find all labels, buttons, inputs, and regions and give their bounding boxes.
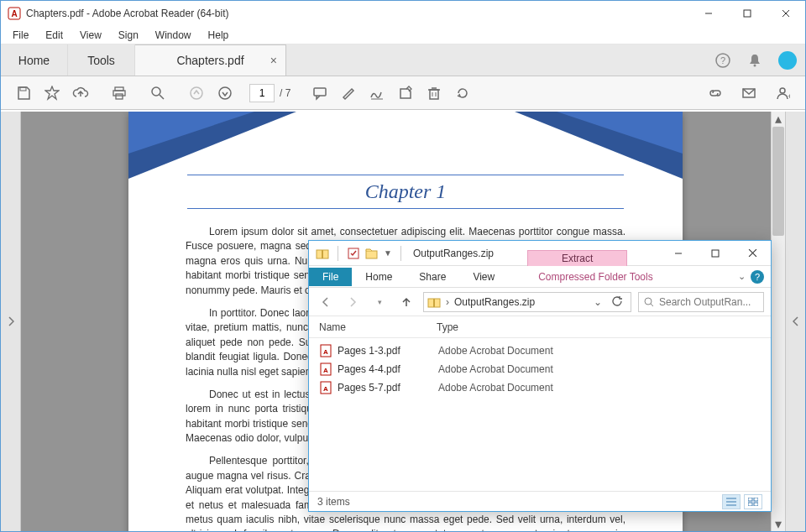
sign-icon[interactable] bbox=[363, 79, 391, 107]
delete-icon[interactable] bbox=[420, 79, 448, 107]
print-icon[interactable] bbox=[105, 79, 133, 107]
view-details-icon[interactable] bbox=[722, 494, 741, 509]
acrobat-titlebar: A Chapters.pdf - Adobe Acrobat Reader (6… bbox=[1, 1, 805, 26]
email-icon[interactable] bbox=[735, 79, 763, 107]
svg-text:A: A bbox=[11, 9, 17, 18]
svg-rect-50 bbox=[748, 503, 752, 506]
share-icon[interactable]: + bbox=[768, 79, 797, 107]
ribbon-tab-compressed-tools[interactable]: Compressed Folder Tools bbox=[525, 268, 667, 286]
vertical-scrollbar[interactable]: ▴ ▾ bbox=[771, 112, 785, 531]
stamp-icon[interactable] bbox=[391, 79, 420, 107]
explorer-navbar: ▾ › OutputRanges.zip ⌄ Search OutputRan.… bbox=[309, 288, 771, 316]
menu-edit[interactable]: Edit bbox=[39, 28, 70, 43]
ribbon-help-icon[interactable]: ? bbox=[751, 270, 764, 284]
file-name: Pages 4-4.pdf bbox=[338, 363, 438, 375]
page-rule-top bbox=[187, 175, 624, 175]
scroll-thumb[interactable] bbox=[772, 127, 784, 236]
nav-up-icon[interactable] bbox=[396, 292, 416, 312]
tab-close-icon[interactable]: × bbox=[270, 54, 277, 67]
breadcrumb-separator-icon[interactable]: › bbox=[446, 296, 449, 308]
ribbon-tab-file[interactable]: File bbox=[309, 268, 352, 286]
page-down-icon[interactable] bbox=[211, 79, 239, 107]
properties-icon[interactable] bbox=[347, 247, 360, 260]
list-header: Name Type bbox=[309, 316, 771, 338]
star-icon[interactable] bbox=[38, 79, 66, 107]
page-rule-bottom bbox=[187, 208, 624, 209]
pdf-file-icon: A bbox=[319, 362, 332, 376]
bell-icon[interactable] bbox=[746, 52, 763, 69]
ribbon-expand-icon[interactable]: ⌄ bbox=[738, 271, 746, 282]
scroll-up-icon[interactable]: ▴ bbox=[772, 112, 785, 126]
help-icon[interactable]: ? bbox=[714, 52, 731, 69]
page-number-input[interactable] bbox=[249, 84, 275, 102]
svg-rect-11 bbox=[113, 91, 125, 96]
page-up-icon[interactable] bbox=[182, 79, 211, 107]
column-name[interactable]: Name bbox=[319, 321, 437, 333]
svg-text:+: + bbox=[788, 92, 790, 101]
zoom-icon[interactable] bbox=[144, 79, 172, 107]
svg-rect-36 bbox=[433, 299, 435, 307]
comment-icon[interactable] bbox=[306, 79, 334, 107]
svg-rect-49 bbox=[754, 498, 758, 501]
tab-tools[interactable]: Tools bbox=[68, 44, 135, 76]
ribbon-tab-view[interactable]: View bbox=[459, 268, 508, 286]
explorer-statusbar: 3 items bbox=[309, 491, 771, 511]
scroll-down-icon[interactable]: ▾ bbox=[772, 517, 785, 531]
svg-line-38 bbox=[651, 304, 653, 306]
highlight-icon[interactable] bbox=[334, 79, 363, 107]
tab-home[interactable]: Home bbox=[1, 44, 68, 76]
explorer-window: ▼ OutputRanges.zip Extract File Home Sha… bbox=[308, 240, 772, 512]
acrobat-maximize-button[interactable] bbox=[728, 1, 767, 26]
list-item[interactable]: A Pages 1-3.pdf Adobe Acrobat Document bbox=[309, 342, 771, 360]
acrobat-close-button[interactable] bbox=[767, 1, 805, 26]
new-folder-icon[interactable] bbox=[365, 247, 379, 260]
nav-forward-icon[interactable] bbox=[343, 292, 363, 312]
rotate-icon[interactable] bbox=[448, 79, 477, 107]
svg-text:A: A bbox=[323, 385, 328, 393]
address-zip-icon bbox=[427, 295, 441, 309]
refresh-icon[interactable] bbox=[607, 296, 627, 307]
right-panel-toggle[interactable] bbox=[785, 112, 805, 531]
menu-view[interactable]: View bbox=[73, 28, 108, 43]
svg-rect-12 bbox=[116, 94, 123, 99]
menu-help[interactable]: Help bbox=[202, 28, 236, 43]
file-type: Adobe Acrobat Document bbox=[438, 382, 553, 394]
save-icon[interactable] bbox=[9, 79, 38, 107]
list-item[interactable]: A Pages 5-7.pdf Adobe Acrobat Document bbox=[309, 378, 771, 397]
qat-dropdown-icon[interactable]: ▼ bbox=[384, 248, 392, 258]
address-dropdown-icon[interactable]: ⌄ bbox=[594, 296, 602, 308]
svg-point-13 bbox=[152, 87, 160, 96]
menu-file[interactable]: File bbox=[6, 28, 35, 43]
ribbon-tab-share[interactable]: Share bbox=[406, 268, 459, 286]
status-item-count: 3 items bbox=[317, 496, 350, 508]
left-panel-toggle[interactable] bbox=[1, 112, 21, 531]
user-avatar[interactable] bbox=[778, 51, 797, 70]
explorer-maximize-button[interactable] bbox=[697, 241, 734, 266]
file-name: Pages 1-3.pdf bbox=[338, 345, 438, 357]
menu-sign[interactable]: Sign bbox=[112, 28, 145, 43]
ribbon-tab-home[interactable]: Home bbox=[352, 268, 406, 286]
svg-rect-48 bbox=[748, 498, 752, 501]
acrobat-minimize-button[interactable] bbox=[689, 1, 728, 26]
search-box[interactable]: Search OutputRan... bbox=[638, 292, 764, 312]
explorer-close-button[interactable] bbox=[734, 241, 771, 266]
svg-rect-32 bbox=[712, 250, 719, 257]
menu-window[interactable]: Window bbox=[149, 28, 198, 43]
nav-recent-dropdown-icon[interactable]: ▾ bbox=[369, 292, 390, 312]
link-icon[interactable] bbox=[701, 79, 730, 107]
list-item[interactable]: A Pages 4-4.pdf Adobe Acrobat Document bbox=[309, 360, 771, 378]
view-large-icons-icon[interactable] bbox=[744, 494, 762, 509]
tab-document-label: Chapters.pdf bbox=[176, 54, 243, 67]
cloud-upload-icon[interactable] bbox=[66, 79, 95, 107]
tab-document[interactable]: Chapters.pdf × bbox=[135, 44, 286, 76]
address-bar[interactable]: › OutputRanges.zip ⌄ bbox=[423, 292, 631, 312]
nav-back-icon[interactable] bbox=[316, 292, 336, 312]
explorer-ribbon: File Home Share View Compressed Folder T… bbox=[309, 266, 771, 288]
svg-rect-30 bbox=[366, 251, 377, 258]
column-type[interactable]: Type bbox=[437, 321, 771, 333]
acrobat-window-title: Chapters.pdf - Adobe Acrobat Reader (64-… bbox=[26, 8, 228, 19]
breadcrumb-current[interactable]: OutputRanges.zip bbox=[454, 296, 535, 308]
explorer-minimize-button[interactable] bbox=[660, 241, 697, 266]
svg-point-8 bbox=[754, 64, 756, 66]
ribbon-context-title[interactable]: Extract bbox=[527, 250, 627, 266]
